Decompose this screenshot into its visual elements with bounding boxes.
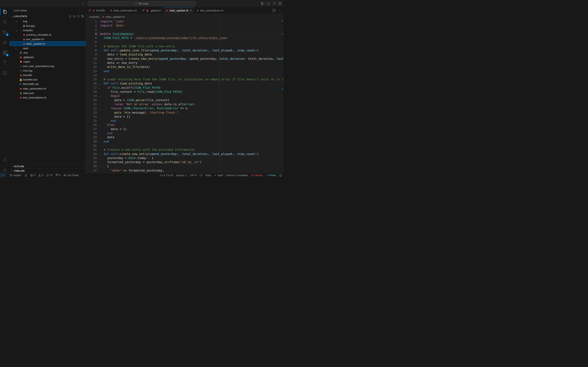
activity-account[interactable] <box>0 157 10 163</box>
code-line[interactable]: def self.load_existing_data <box>100 81 284 85</box>
line-number[interactable]: 36⌄ <box>86 164 97 168</box>
line-number[interactable]: 21 <box>86 102 97 106</box>
toggle-secondary-sidebar-icon[interactable] <box>273 2 276 5</box>
code-line[interactable]: require 'json' <box>100 19 284 24</box>
code-line[interactable]: data = load_existing_data <box>100 52 284 57</box>
code-line[interactable]: data = [] <box>100 115 284 119</box>
file-row[interactable]: Gemfile <box>10 73 86 77</box>
file-row[interactable]: currency_formatter.rb <box>10 33 86 37</box>
line-number[interactable]: 37 <box>86 168 97 173</box>
line-number[interactable]: 28 <box>86 131 97 135</box>
code-line[interactable]: "date" => formatted_yesterday, <box>100 168 284 173</box>
editor-tab[interactable]: 📌◆.gitignore <box>139 7 164 14</box>
breadcrumbs[interactable]: modules › stats_updater.rb <box>86 14 284 19</box>
timeline-header[interactable]: ›TIMELINE <box>10 168 86 173</box>
line-number[interactable]: 20 <box>86 98 97 102</box>
eol[interactable]: LF <box>200 174 203 177</box>
git-branch[interactable]: master* <box>9 174 22 177</box>
file-row[interactable]: {}stats.json <box>10 91 86 95</box>
colorize-vars[interactable]: Colorize: 0 variables <box>226 174 248 177</box>
code-line[interactable]: if File.exist?(JSON_FILE_PATH) <box>100 86 284 90</box>
activity-debug[interactable] <box>0 40 10 45</box>
line-number[interactable]: 7 <box>86 44 97 48</box>
ports[interactable]: 0 <box>55 174 61 177</box>
spell-check[interactable]: Spell <box>214 174 223 177</box>
code-line[interactable]: # Updates the JSON file with a new entry <box>100 44 284 48</box>
code-line[interactable]: def self.update_json_file(spend_yesterda… <box>100 48 284 52</box>
line-number[interactable]: 23 <box>86 110 97 115</box>
code-line[interactable]: # Creates a new entry with the provided … <box>100 148 284 152</box>
code-line[interactable]: module StatsUpdater <box>100 32 284 36</box>
file-row[interactable]: stats_automation.rb <box>10 86 86 91</box>
line-number[interactable]: 13 <box>86 69 97 73</box>
fold-icon[interactable]: ⌄ <box>98 123 100 127</box>
folder-row[interactable]: ⌄modules <box>10 28 86 33</box>
code-line[interactable]: data <box>100 135 284 139</box>
code-line[interactable] <box>100 28 284 32</box>
line-number[interactable]: 8⌄ <box>86 48 97 52</box>
code-line[interactable] <box>100 143 284 148</box>
toggle-panel-icon[interactable] <box>267 2 270 5</box>
code-editor[interactable]: 1234⌄5678⌄910111213141516⌄17⌄1819⌄202122… <box>86 19 284 173</box>
outline-header[interactable]: ›OUTLINE <box>10 164 86 168</box>
code-line[interactable] <box>100 73 284 77</box>
line-number[interactable]: 4⌄ <box>86 32 97 36</box>
line-number[interactable]: 30 <box>86 140 97 143</box>
project-header[interactable]: ⌄ LIFE-STATS <box>10 14 86 18</box>
line-number[interactable]: 31 <box>86 143 97 148</box>
line-number[interactable]: 17⌄ <box>86 86 97 90</box>
hints-count[interactable]: 70 <box>46 174 52 177</box>
editor-tab[interactable]: stats_automation.rb <box>108 7 139 14</box>
code-line[interactable]: else <box>100 123 284 127</box>
file-row[interactable]: ≡cron.log <box>10 68 86 73</box>
activity-scm[interactable]: 1 <box>0 29 10 35</box>
file-row[interactable]: ◆.gitignore <box>10 55 86 59</box>
activity-settings[interactable] <box>0 167 10 173</box>
fold-icon[interactable]: ⌄ <box>98 94 100 98</box>
code-line[interactable]: file_content = File.read(JSON_FILE_PATH) <box>100 90 284 94</box>
code-line[interactable]: end <box>100 131 284 135</box>
code-line[interactable]: data = [] <box>100 127 284 131</box>
fold-icon[interactable]: ⌄ <box>98 32 100 36</box>
activity-extensions[interactable]: 1 <box>0 50 10 55</box>
file-row[interactable]: env_updater.rb <box>10 37 86 42</box>
code-line[interactable]: { <box>100 164 284 168</box>
file-row[interactable]: ◉.rspec <box>10 59 86 64</box>
editor-tab[interactable]: stats_updater.rb× <box>164 7 194 14</box>
line-number[interactable]: 26⌄ <box>86 123 97 127</box>
breadcrumb-item[interactable]: stats_updater.rb <box>105 15 125 18</box>
line-number[interactable]: 32 <box>86 148 97 152</box>
code-line[interactable]: begin <box>100 94 284 98</box>
activity-thunder[interactable] <box>0 70 10 76</box>
line-number[interactable]: 14 <box>86 73 97 77</box>
language-mode[interactable]: Ruby <box>205 174 211 177</box>
line-number[interactable]: 3 <box>86 28 97 32</box>
fold-icon[interactable]: ⌄ <box>98 107 100 111</box>
code-line[interactable]: raise 'Not an array' unless data.is_a?(A… <box>100 102 284 106</box>
tab-more-icon[interactable]: ⋯ <box>278 9 281 12</box>
line-number[interactable]: 16⌄ <box>86 81 97 85</box>
remote-indicator[interactable]: ⟷ <box>0 173 6 177</box>
line-number[interactable]: 29 <box>86 135 97 139</box>
split-editor-icon[interactable] <box>272 9 276 12</box>
line-number[interactable]: 11 <box>86 61 97 65</box>
breadcrumb-item[interactable]: modules <box>89 15 99 18</box>
activity-search[interactable] <box>0 19 10 25</box>
customize-layout-icon[interactable] <box>278 2 282 5</box>
editor-tab[interactable]: text_automations.rb <box>194 7 226 14</box>
line-number[interactable]: 1 <box>86 19 97 24</box>
fold-icon[interactable]: ⌄ <box>98 152 100 156</box>
line-number[interactable]: 12 <box>86 65 97 69</box>
code-line[interactable]: new_entry = create_new_entry(spend_yeste… <box>100 57 284 61</box>
toggle-primary-sidebar-icon[interactable] <box>261 2 264 5</box>
line-number[interactable]: 25 <box>86 119 97 123</box>
file-row[interactable]: stats_updater.rb <box>10 42 86 46</box>
line-number[interactable]: 34 <box>86 156 97 160</box>
indentation[interactable]: Spaces: 2 <box>176 174 187 177</box>
command-center[interactable]: life-stats <box>88 1 196 6</box>
new-file-icon[interactable] <box>69 15 72 18</box>
line-number[interactable]: 5 <box>86 36 97 40</box>
line-number[interactable]: 6 <box>86 40 97 44</box>
file-row[interactable]: ▦text.jpg <box>10 24 86 28</box>
code-line[interactable]: require 'date' <box>100 24 284 27</box>
